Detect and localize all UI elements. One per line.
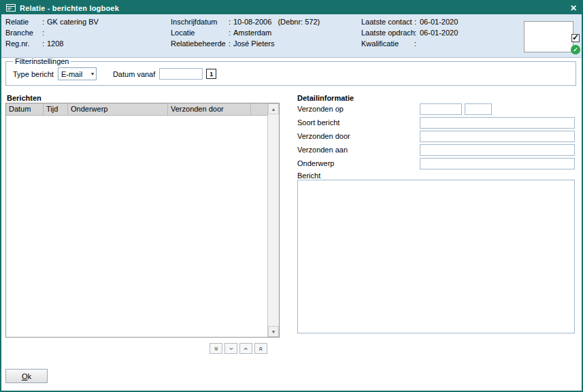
onderwerp-input[interactable] bbox=[420, 158, 575, 169]
chevron-down-icon: ‹ bbox=[242, 347, 250, 350]
colon-separator: : bbox=[229, 39, 231, 48]
verzonden-aan-input[interactable] bbox=[420, 144, 575, 156]
scrollbar-down-icon[interactable]: ▼ bbox=[268, 326, 279, 337]
scrollbar-up-icon[interactable]: ▲ bbox=[268, 103, 279, 114]
type-bericht-selected-value: E-mail bbox=[61, 70, 82, 78]
verzonden-door-input[interactable] bbox=[420, 131, 575, 142]
title-bar: Relatie - berichten logboek ✕ bbox=[1, 1, 582, 14]
chevron-up-icon: ‹ bbox=[227, 347, 235, 350]
onderwerp-label: Onderwerp bbox=[297, 159, 334, 167]
inschrijfdatum-label: Inschrijfdatum bbox=[171, 18, 217, 27]
berichten-table-header: Datum Tijd Onderwerp Verzonden door bbox=[6, 103, 267, 116]
scroll-first-button[interactable]: « bbox=[210, 343, 222, 354]
double-chevron-up-icon: « bbox=[212, 346, 220, 350]
window-title: Relatie - berichten logboek bbox=[20, 4, 119, 12]
colon-separator: : bbox=[229, 18, 231, 27]
detailinformatie-title: Detailinformatie bbox=[297, 94, 354, 102]
locatie-value: Amsterdam bbox=[233, 29, 271, 37]
colon-separator: : bbox=[229, 29, 231, 37]
filter-row: Type bericht E-mail ▾ Datum vanaf 1 bbox=[13, 67, 570, 80]
scroll-prev-button[interactable]: ‹ bbox=[224, 343, 237, 354]
type-bericht-select[interactable]: E-mail ▾ bbox=[58, 67, 97, 80]
column-header-onderwerp[interactable]: Onderwerp bbox=[68, 103, 168, 115]
scroll-next-button[interactable]: ‹ bbox=[239, 343, 252, 354]
colon-separator: : bbox=[42, 29, 44, 37]
vertical-scrollbar[interactable]: ▲ ▼ bbox=[267, 103, 279, 337]
verzonden-op-time-input[interactable] bbox=[465, 103, 492, 115]
window-icon bbox=[6, 4, 16, 12]
verzonden-op-date-input[interactable] bbox=[420, 103, 462, 115]
colon-separator: : bbox=[42, 18, 44, 27]
inschrijfdatum-value: 10-08-2006 (Debnr: 572) bbox=[233, 18, 320, 27]
filter-legend: Filterinstellingen bbox=[13, 57, 71, 65]
ok-button-label-rest: k bbox=[28, 372, 32, 380]
relatiebeheerder-label: Relatiebeheerde bbox=[171, 39, 226, 48]
type-bericht-label: Type bericht bbox=[13, 70, 54, 78]
berichten-table: Datum Tijd Onderwerp Verzonden door ▲ ▼ bbox=[5, 103, 280, 338]
relation-photo-placeholder bbox=[524, 21, 573, 52]
ok-button[interactable]: Ok bbox=[5, 369, 48, 383]
dialog-window: Relatie - berichten logboek ✕ Relatie : … bbox=[0, 0, 583, 392]
ok-button-label-first: O bbox=[22, 372, 28, 380]
bericht-label: Bericht bbox=[297, 172, 320, 180]
verzonden-aan-label: Verzonden aan bbox=[297, 146, 348, 154]
calendar-icon[interactable]: 1 bbox=[206, 69, 216, 79]
relatie-value: GK catering BV bbox=[47, 18, 99, 27]
colon-separator: : bbox=[414, 29, 416, 37]
filter-fieldset: Filterinstellingen Type bericht E-mail ▾… bbox=[5, 57, 576, 86]
colon-separator: : bbox=[42, 39, 44, 48]
soort-bericht-input[interactable] bbox=[420, 117, 575, 129]
laatste-opdracht-label: Laatste opdrach bbox=[361, 29, 415, 37]
colon-separator: : bbox=[414, 18, 416, 27]
colon-separator: : bbox=[414, 39, 416, 48]
branche-label: Branche bbox=[5, 29, 33, 37]
verzonden-op-label: Verzonden op bbox=[297, 105, 344, 113]
scroll-last-button[interactable]: « bbox=[254, 343, 267, 354]
locatie-label: Locatie bbox=[171, 29, 195, 37]
double-chevron-down-icon: « bbox=[257, 346, 265, 350]
relatie-label: Relatie bbox=[5, 18, 29, 27]
kwalificatie-label: Kwalificatie bbox=[361, 39, 399, 48]
bericht-textarea[interactable] bbox=[297, 180, 575, 333]
relatiebeheerder-value: José Pieters bbox=[233, 39, 275, 48]
regnr-label: Reg.nr. bbox=[5, 39, 29, 48]
relation-header: Relatie : GK catering BV Branche : Reg.n… bbox=[1, 14, 582, 58]
berichten-table-body[interactable] bbox=[6, 116, 267, 337]
laatste-contact-label: Laatste contact bbox=[361, 18, 412, 27]
soort-bericht-label: Soort bericht bbox=[297, 118, 339, 127]
column-header-verzonden-door[interactable]: Verzonden door bbox=[168, 103, 251, 115]
column-header-tijd[interactable]: Tijd bbox=[44, 103, 68, 115]
verzonden-door-label: Verzonden door bbox=[297, 132, 350, 140]
column-header-filler bbox=[251, 103, 267, 115]
datum-vanaf-input[interactable] bbox=[159, 68, 203, 80]
column-header-datum[interactable]: Datum bbox=[6, 103, 44, 115]
datum-vanaf-label: Datum vanaf bbox=[113, 70, 155, 78]
chevron-down-icon: ▾ bbox=[91, 71, 94, 77]
laatste-contact-value: 06-01-2020 bbox=[420, 18, 458, 27]
header-checkbox[interactable]: ✓ bbox=[571, 34, 580, 42]
status-check-icon: ✓ bbox=[571, 45, 580, 54]
laatste-opdracht-value: 06-01-2020 bbox=[420, 29, 458, 37]
record-nav-buttons: « ‹ ‹ « bbox=[210, 343, 267, 354]
regnr-value: 1208 bbox=[47, 39, 63, 48]
close-icon[interactable]: ✕ bbox=[570, 4, 577, 12]
berichten-title: Berichten bbox=[7, 94, 41, 102]
